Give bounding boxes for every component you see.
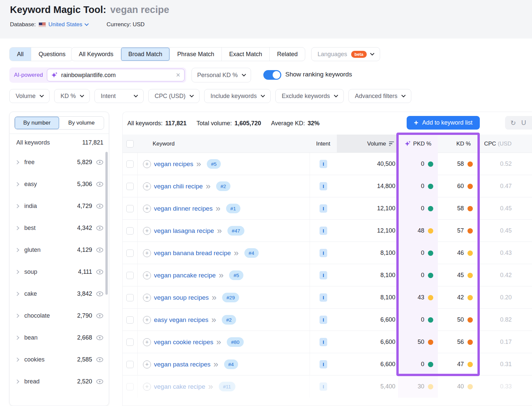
add-keyword-icon[interactable]: + (143, 227, 151, 235)
keyword-link[interactable]: vegan banana bread recipe (154, 250, 231, 257)
eye-icon[interactable] (96, 269, 103, 274)
row-checkbox[interactable] (126, 227, 134, 235)
eye-icon[interactable] (96, 313, 103, 318)
tab-phrase-match[interactable]: Phrase Match (170, 48, 221, 61)
expand-arrows-icon[interactable]: » (217, 228, 222, 234)
sidebar-scrollbar[interactable] (105, 152, 108, 295)
pkd-column-header[interactable]: PKD % (398, 135, 438, 153)
add-keyword-icon[interactable]: + (143, 360, 151, 368)
add-keyword-icon[interactable]: + (143, 294, 151, 302)
keyword-link[interactable]: vegan soup recipes (154, 294, 209, 301)
sidebar-group-best[interactable]: best 4,342 (10, 217, 109, 239)
cpc-filter[interactable]: CPC (USD) (148, 89, 200, 103)
keyword-link[interactable]: easy vegan recipes (154, 316, 208, 324)
row-checkbox[interactable] (126, 383, 134, 390)
expand-arrows-icon[interactable]: » (196, 161, 201, 167)
sidebar-all-keywords-row[interactable]: All keywords 117,821 (10, 134, 109, 151)
keyword-link[interactable]: vegan cake recipe (154, 383, 205, 390)
clear-input-icon[interactable]: × (176, 71, 180, 79)
eye-icon[interactable] (96, 357, 103, 362)
sidebar-group-bread[interactable]: bread 2,520 (10, 370, 109, 392)
eye-icon[interactable] (96, 248, 103, 253)
sidebar-group-easy[interactable]: easy 5,306 (10, 173, 109, 195)
domain-search-input[interactable]: rainbowplantlife.com × (47, 69, 185, 81)
expand-arrows-icon[interactable]: » (212, 295, 216, 300)
kd-column-header[interactable]: KD % (438, 135, 479, 153)
eye-icon[interactable] (96, 335, 103, 340)
eye-icon[interactable] (96, 226, 103, 231)
row-checkbox[interactable] (126, 339, 134, 346)
row-checkbox[interactable] (126, 272, 134, 279)
sidebar-group-cookies[interactable]: cookies 2,585 (10, 349, 109, 370)
sidebar-group-bean[interactable]: bean 2,668 (10, 327, 109, 349)
sidebar-group-gluten[interactable]: gluten 4,129 (10, 239, 109, 261)
tab-all-keywords[interactable]: All Keywords (71, 48, 121, 61)
eye-icon[interactable] (96, 160, 103, 165)
add-keyword-icon[interactable]: + (143, 383, 151, 391)
intent-column-header[interactable]: Intent (310, 135, 337, 153)
eye-icon[interactable] (96, 291, 103, 296)
sidebar-group-india[interactable]: india 4,729 (10, 195, 109, 217)
intent-filter[interactable]: Intent (94, 89, 144, 103)
add-keyword-icon[interactable]: + (143, 160, 151, 168)
keyword-link[interactable]: vegan recipes (154, 160, 193, 168)
expand-arrows-icon[interactable]: » (211, 317, 216, 323)
keyword-link[interactable]: vegan lasagna recipe (154, 227, 214, 235)
add-keyword-icon[interactable]: + (143, 316, 151, 324)
row-checkbox[interactable] (126, 183, 134, 190)
tab-all[interactable]: All (10, 48, 31, 61)
add-keyword-icon[interactable]: + (143, 182, 151, 190)
keyword-link[interactable]: vegan dinner recipes (154, 205, 212, 212)
all-keywords-stat-label: All keywords: (127, 120, 163, 127)
row-checkbox[interactable] (126, 294, 134, 301)
row-checkbox[interactable] (126, 316, 134, 324)
kd-filter[interactable]: KD % (54, 89, 90, 103)
volume-filter[interactable]: Volume (9, 89, 50, 103)
eye-icon[interactable] (96, 379, 103, 384)
expand-arrows-icon[interactable]: » (208, 384, 213, 389)
add-keyword-icon[interactable]: + (143, 249, 151, 257)
row-checkbox[interactable] (126, 205, 134, 212)
languages-dropdown[interactable]: Languages beta (311, 47, 380, 61)
include-keywords-filter[interactable]: Include keywords (204, 89, 271, 103)
select-all-checkbox[interactable] (126, 140, 134, 148)
expand-arrows-icon[interactable]: » (234, 251, 238, 256)
keyword-link[interactable]: vegan pasta recipes (154, 361, 210, 368)
eye-icon[interactable] (96, 204, 103, 209)
expand-arrows-icon[interactable]: » (216, 340, 221, 345)
exclude-keywords-filter[interactable]: Exclude keywords (275, 89, 344, 103)
add-keyword-icon[interactable]: + (143, 271, 151, 279)
database-selector[interactable]: United States (49, 21, 88, 28)
show-ranking-keywords-toggle[interactable] (263, 70, 281, 80)
expand-arrows-icon[interactable]: » (206, 184, 210, 189)
expand-arrows-icon[interactable]: » (213, 362, 218, 367)
volume-column-header[interactable]: Volume (337, 135, 398, 153)
row-checkbox[interactable] (126, 250, 134, 257)
expand-arrows-icon[interactable]: » (215, 206, 220, 211)
expand-arrows-icon[interactable]: » (219, 273, 223, 278)
sidebar-group-chocolate[interactable]: chocolate 2,790 (10, 305, 109, 327)
tab-exact-match[interactable]: Exact Match (221, 48, 269, 61)
sidebar-group-free[interactable]: free 5,829 (10, 151, 109, 173)
sidebar-group-soup[interactable]: soup 4,111 (10, 261, 109, 283)
keyword-link[interactable]: vegan cookie recipes (154, 339, 213, 346)
keyword-link[interactable]: vegan pancake recipe (154, 272, 216, 279)
keyword-column-header[interactable]: Keyword (137, 135, 310, 153)
update-metrics-button[interactable]: ↻ U (505, 116, 532, 130)
tab-questions[interactable]: Questions (31, 48, 73, 61)
tab-related[interactable]: Related (269, 48, 305, 61)
add-keyword-icon[interactable]: + (143, 338, 151, 346)
sidebar-group-cake[interactable]: cake 3,842 (10, 283, 109, 305)
row-checkbox[interactable] (126, 361, 134, 368)
tab-by-number[interactable]: By number (15, 117, 59, 129)
tab-broad-match[interactable]: Broad Match (121, 48, 170, 61)
add-keyword-icon[interactable]: + (143, 205, 151, 213)
add-to-keyword-list-button[interactable]: + Add to keyword list (407, 116, 480, 130)
row-checkbox[interactable] (126, 160, 134, 168)
eye-icon[interactable] (96, 182, 103, 187)
cpc-column-header[interactable]: CPC (USD (479, 135, 532, 153)
keyword-link[interactable]: vegan chili recipe (154, 183, 203, 190)
tab-by-volume[interactable]: By volume (59, 117, 104, 129)
advanced-filters[interactable]: Advanced filters (348, 89, 411, 103)
personal-kd-dropdown[interactable]: Personal KD % (192, 68, 251, 82)
